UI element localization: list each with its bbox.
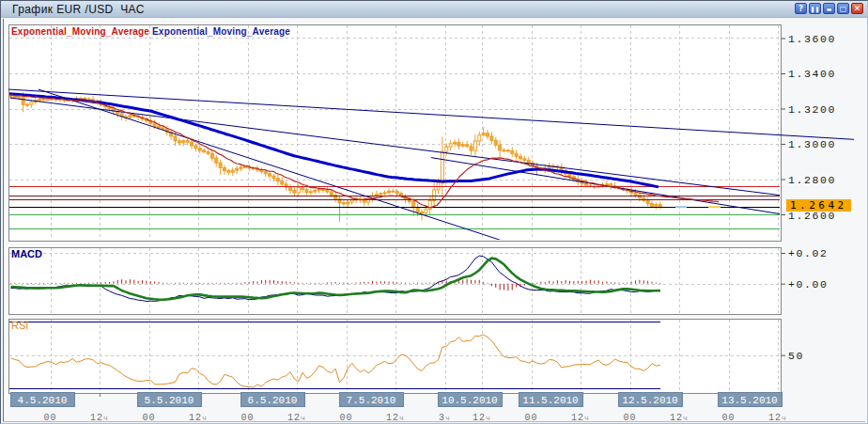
current-price-badge: 1.2642 [786, 199, 851, 212]
svg-text:+0.00: +0.00 [788, 278, 829, 291]
main-panel[interactable] [9, 25, 782, 242]
svg-text:+0.02: +0.02 [788, 247, 829, 259]
svg-text:12.5.2010: 12.5.2010 [622, 395, 677, 406]
date-label-box: 6.5.2010 [241, 393, 305, 407]
macd-panel[interactable] [9, 248, 782, 315]
svg-text:5.5.2010: 5.5.2010 [145, 395, 194, 406]
svg-text:1.3600: 1.3600 [788, 33, 836, 45]
svg-text:50: 50 [788, 350, 804, 362]
ema-blue-label: Exponential_Moving_Average [152, 26, 290, 37]
rsi-label: RSI [11, 320, 28, 331]
date-label-box: 7.5.2010 [340, 393, 404, 407]
svg-text:1.3200: 1.3200 [788, 103, 836, 116]
macd-label: MACD [11, 248, 42, 259]
svg-text:6.5.2010: 6.5.2010 [248, 395, 298, 406]
svg-text:4.5.2010: 4.5.2010 [18, 395, 68, 406]
date-label-box: 11.5.2010 [519, 393, 583, 407]
svg-text:1.2800: 1.2800 [788, 174, 836, 186]
svg-text:1.3400: 1.3400 [788, 68, 836, 80]
svg-text:1.3000: 1.3000 [788, 138, 836, 150]
date-label-box: 4.5.2010 [11, 393, 75, 407]
svg-text:11.5.2010: 11.5.2010 [522, 395, 578, 406]
chart-window: График EUR /USD ЧАС ? ❚❚ ▬ ▢ ✕ 1.36001.3… [0, 0, 868, 424]
date-label-box: 13.5.2010 [719, 393, 783, 407]
date-label-box: 5.5.2010 [138, 393, 202, 407]
date-label-box: 10.5.2010 [439, 393, 503, 407]
svg-text:13.5.2010: 13.5.2010 [721, 395, 777, 406]
svg-text:10.5.2010: 10.5.2010 [442, 395, 497, 406]
svg-text:7.5.2010: 7.5.2010 [347, 395, 396, 406]
ema-red-label: Exponential_Moving_Average [11, 26, 149, 37]
chart-canvas: 1.36001.34001.32001.30001.28001.2600+0.0… [1, 1, 867, 423]
date-label-box: 12.5.2010 [619, 393, 683, 407]
